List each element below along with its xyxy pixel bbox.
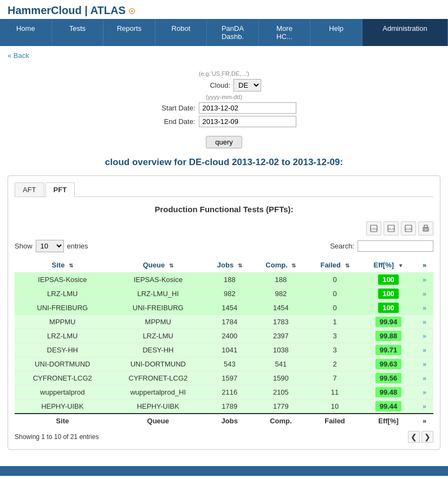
cell-eff: 100 — [361, 301, 415, 315]
svg-text:XLSX: XLSX — [405, 227, 412, 231]
nav-help[interactable]: Help — [310, 19, 362, 46]
query-button[interactable]: query — [206, 136, 242, 148]
cell-queue: UNI-FREIBURG — [111, 301, 206, 315]
svg-text:XLS: XLS — [388, 227, 394, 231]
cell-comp: 1779 — [254, 400, 309, 414]
nav-administration[interactable]: Administration — [362, 19, 448, 46]
page-title: cloud overview for DE-cloud 2013-12-02 t… — [8, 157, 440, 168]
cell-queue: wuppertalprod_HI — [111, 385, 206, 400]
footer-bar — [0, 466, 448, 476]
next-page-button[interactable]: ❯ — [421, 431, 433, 443]
cell-comp: 1783 — [254, 315, 309, 329]
cell-arrow[interactable]: » — [415, 343, 433, 357]
back-link[interactable]: « Back — [8, 51, 29, 60]
cell-queue: IEPSAS-Kosice — [111, 273, 206, 287]
svg-rect-8 — [424, 229, 427, 231]
cell-queue: HEPHY-UIBK — [111, 400, 206, 414]
cell-jobs: 982 — [206, 287, 253, 301]
table-row: CYFRONET-LCG2CYFRONET-LCG215971590799.56… — [15, 371, 433, 385]
cell-queue: MPPMU — [111, 315, 206, 329]
cell-arrow[interactable]: » — [415, 385, 433, 400]
cell-jobs: 2116 — [206, 385, 253, 400]
cell-arrow[interactable]: » — [415, 273, 433, 287]
prev-page-button[interactable]: ❮ — [408, 431, 420, 443]
cell-arrow[interactable]: » — [415, 400, 433, 414]
showing-label: Showing 1 to 10 of 21 entries — [15, 433, 99, 441]
tab-bar: AFT PFT — [15, 182, 433, 197]
cloud-label: Cloud: — [187, 81, 230, 89]
cell-eff: 100 — [361, 273, 415, 287]
datatable-controls: Show 10 25 50 100 entries Search: — [15, 240, 433, 252]
tab-aft[interactable]: AFT — [15, 182, 44, 197]
cell-failed: 0 — [308, 287, 361, 301]
tab-pft[interactable]: PFT — [46, 182, 75, 197]
cell-jobs: 188 — [206, 273, 253, 287]
search-input[interactable] — [358, 240, 433, 252]
cell-jobs: 1789 — [206, 400, 253, 414]
cell-arrow[interactable]: » — [415, 301, 433, 315]
cell-eff: 99.88 — [361, 329, 415, 343]
cell-jobs: 2400 — [206, 329, 253, 343]
footer-jobs: Jobs — [206, 414, 253, 428]
cell-queue: CYFRONET-LCG2 — [111, 371, 206, 385]
export-xls-button[interactable]: XLS — [384, 221, 399, 235]
col-queue[interactable]: Queue ⇅ — [111, 258, 206, 273]
cell-arrow[interactable]: » — [415, 357, 433, 371]
cell-jobs: 1784 — [206, 315, 253, 329]
sort-site-icon: ⇅ — [69, 263, 73, 269]
cloud-hint: (e.g.'US,FR,DE,...') — [8, 70, 440, 77]
cell-eff: 100 — [361, 287, 415, 301]
sort-comp-icon: ⇅ — [291, 263, 296, 269]
export-xlsx-button[interactable]: XLSX — [401, 221, 416, 235]
footer-eff: Eff[%] — [361, 414, 415, 428]
cell-comp: 982 — [254, 287, 309, 301]
entries-select[interactable]: 10 25 50 100 — [36, 240, 64, 252]
cell-site: MPPMU — [15, 315, 111, 329]
print-button[interactable] — [418, 221, 433, 235]
cell-jobs: 1041 — [206, 343, 253, 357]
export-csv-button[interactable]: CSV — [366, 221, 381, 235]
table-footer: Showing 1 to 10 of 21 entries ❮ ❯ — [15, 431, 433, 443]
col-jobs[interactable]: Jobs ⇅ — [206, 258, 253, 273]
sort-jobs-icon: ⇅ — [238, 263, 242, 269]
cell-failed: 11 — [308, 385, 361, 400]
col-site[interactable]: Site ⇅ — [15, 258, 111, 273]
nav-reports[interactable]: Reports — [103, 19, 155, 46]
nav-home[interactable]: Home — [0, 19, 52, 46]
cell-arrow[interactable]: » — [415, 371, 433, 385]
cell-arrow[interactable]: » — [415, 315, 433, 329]
col-failed[interactable]: Failed ⇅ — [308, 258, 361, 273]
entries-label: entries — [67, 242, 88, 250]
footer-failed: Failed — [308, 414, 361, 428]
end-date-input[interactable] — [199, 116, 296, 127]
table-row: HEPHY-UIBKHEPHY-UIBK178917791099.44» — [15, 400, 433, 414]
cell-eff: 99.63 — [361, 357, 415, 371]
table-row: UNI-DORTMUNDUNI-DORTMUND543541299.63» — [15, 357, 433, 371]
cell-failed: 1 — [308, 315, 361, 329]
cell-eff: 99.44 — [361, 400, 415, 414]
section-title: Production Functional Tests (PFTs): — [15, 205, 433, 214]
show-label: Show — [15, 242, 33, 250]
nav-panda[interactable]: PanDA Dashb. — [207, 19, 259, 46]
cell-site: UNI-DORTMUND — [15, 357, 111, 371]
start-date-input[interactable] — [199, 102, 296, 114]
col-comp[interactable]: Comp. ⇅ — [254, 258, 309, 273]
cell-arrow[interactable]: » — [415, 329, 433, 343]
cell-eff: 99.56 — [361, 371, 415, 385]
sort-eff-icon: ▼ — [398, 263, 404, 269]
cloud-select[interactable]: DE US FR UK IT ES NL TW CA NG — [233, 79, 261, 91]
cell-arrow[interactable]: » — [415, 287, 433, 301]
cell-failed: 3 — [308, 329, 361, 343]
nav-robot[interactable]: Robot — [155, 19, 207, 46]
cell-comp: 1590 — [254, 371, 309, 385]
navbar: Home Tests Reports Robot PanDA Dashb. Mo… — [0, 19, 448, 46]
cell-comp: 2105 — [254, 385, 309, 400]
nav-tests[interactable]: Tests — [52, 19, 104, 46]
cell-queue: LRZ-LMU_HI — [111, 287, 206, 301]
cell-comp: 2397 — [254, 329, 309, 343]
nav-more[interactable]: More HC... — [259, 19, 311, 46]
col-eff[interactable]: Eff[%] ▼ — [361, 258, 415, 273]
data-table: Site ⇅ Queue ⇅ Jobs ⇅ Comp. ⇅ Failed ⇅ E… — [15, 258, 433, 428]
main-container: AFT PFT Production Functional Tests (PFT… — [8, 175, 440, 450]
cell-site: LRZ-LMU — [15, 329, 111, 343]
